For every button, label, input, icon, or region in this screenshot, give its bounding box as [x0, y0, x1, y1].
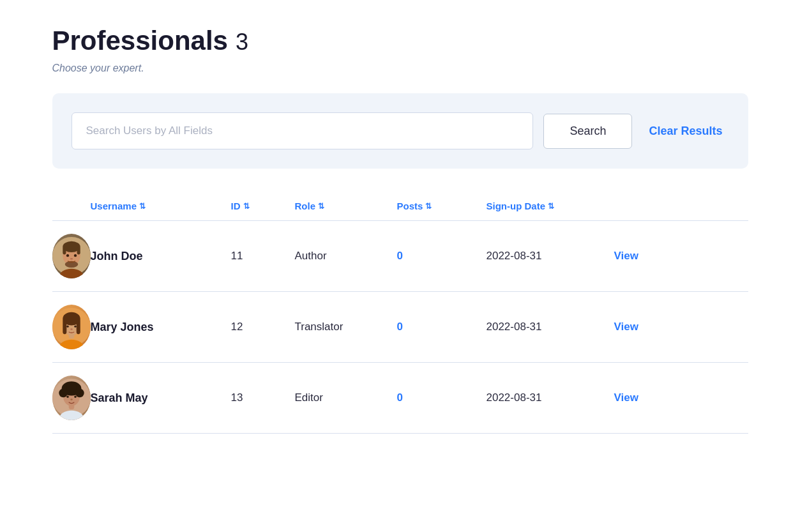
avatar [52, 234, 91, 278]
svg-point-9 [73, 254, 76, 257]
username-john-doe: John Doe [91, 250, 231, 263]
view-john-doe[interactable]: View [614, 250, 678, 262]
svg-rect-16 [63, 319, 66, 334]
svg-rect-6 [63, 247, 66, 254]
table-row-divider-3 [52, 433, 748, 434]
clear-results-button[interactable]: Clear Results [642, 125, 728, 138]
th-posts[interactable]: Posts ⇅ [397, 201, 487, 211]
th-id[interactable]: ID ⇅ [231, 201, 295, 211]
search-button[interactable]: Search [543, 114, 632, 149]
th-signup-date[interactable]: Sign-up Date ⇅ [487, 201, 614, 211]
avatar-cell [52, 234, 91, 278]
svg-point-30 [66, 383, 76, 392]
id-mary-jones: 12 [231, 321, 295, 333]
page-header: Professionals 3 Choose your expert. [52, 26, 748, 74]
avatar-cell [52, 376, 91, 420]
sort-icon-username: ⇅ [139, 202, 146, 211]
view-sarah-may[interactable]: View [614, 391, 678, 404]
role-sarah-may: Editor [295, 391, 397, 404]
username-mary-jones: Mary Jones [91, 321, 231, 334]
table-row: John Doe 11 Author 0 2022-08-31 View [52, 221, 748, 291]
svg-rect-17 [76, 319, 80, 334]
posts-mary-jones: 0 [397, 321, 487, 333]
svg-point-33 [70, 399, 72, 400]
avatar [52, 305, 91, 349]
date-john-doe: 2022-08-31 [487, 250, 614, 262]
professionals-table: Username ⇅ ID ⇅ Role ⇅ Posts ⇅ Sign-up D… [52, 194, 748, 434]
svg-point-8 [66, 254, 68, 257]
date-sarah-may: 2022-08-31 [487, 391, 614, 404]
posts-sarah-may: 0 [397, 391, 487, 404]
sort-icon-role: ⇅ [318, 202, 324, 211]
id-sarah-may: 13 [231, 391, 295, 404]
table-header: Username ⇅ ID ⇅ Role ⇅ Posts ⇅ Sign-up D… [52, 194, 748, 218]
view-mary-jones[interactable]: View [614, 321, 678, 333]
avatar [52, 376, 91, 420]
sort-icon-posts: ⇅ [425, 202, 432, 211]
table-row: Sarah May 13 Editor 0 2022-08-31 View [52, 363, 748, 433]
search-panel: Search Clear Results [52, 93, 748, 169]
svg-point-19 [74, 325, 76, 327]
svg-point-32 [74, 396, 76, 398]
sort-icon-id: ⇅ [243, 202, 250, 211]
th-avatar [52, 201, 91, 211]
avatar-cell [52, 305, 91, 349]
svg-point-18 [66, 325, 68, 327]
sort-icon-signup-date: ⇅ [548, 202, 554, 211]
date-mary-jones: 2022-08-31 [487, 321, 614, 333]
th-username[interactable]: Username ⇅ [91, 201, 231, 211]
id-john-doe: 11 [231, 250, 295, 262]
th-role[interactable]: Role ⇅ [295, 201, 397, 211]
table-row: Mary Jones 12 Translator 0 2022-08-31 Vi… [52, 292, 748, 362]
th-action [614, 201, 678, 211]
username-sarah-may: Sarah May [91, 391, 231, 405]
page-subtitle: Choose your expert. [52, 63, 748, 74]
role-john-doe: Author [295, 250, 397, 262]
svg-point-20 [70, 328, 72, 330]
role-mary-jones: Translator [295, 321, 397, 333]
svg-point-31 [66, 396, 68, 398]
page-title: Professionals [52, 26, 228, 56]
search-input[interactable] [72, 112, 534, 149]
professionals-count: 3 [236, 29, 248, 56]
svg-point-10 [70, 258, 72, 260]
svg-rect-7 [77, 247, 80, 254]
posts-john-doe: 0 [397, 250, 487, 262]
